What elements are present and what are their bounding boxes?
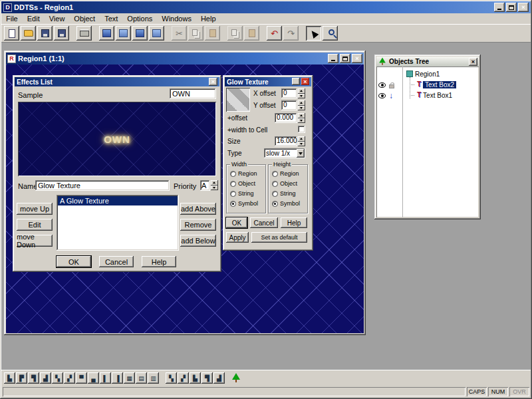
sample-input[interactable]: OWN bbox=[170, 88, 216, 99]
region-restore-icon[interactable] bbox=[340, 54, 350, 63]
menu-edit[interactable]: Edit bbox=[23, 13, 45, 24]
width-symbol-radio[interactable]: Symbol bbox=[230, 200, 258, 207]
down-arrow-icon[interactable]: ↓ bbox=[389, 92, 393, 100]
align-icon[interactable]: ▤ bbox=[136, 372, 147, 384]
align-icon[interactable]: ▀ bbox=[76, 372, 87, 384]
app-titlebar[interactable]: D DDTSs - Region1 × bbox=[1, 1, 531, 13]
name-input[interactable]: Glow Texture bbox=[35, 180, 170, 191]
menu-help[interactable]: Help bbox=[196, 13, 221, 24]
texture-thumbnail[interactable] bbox=[226, 88, 250, 112]
move-down-button[interactable]: move Down bbox=[17, 235, 53, 247]
width-object-radio[interactable]: Object bbox=[230, 180, 255, 187]
align-icon[interactable]: ▙ bbox=[4, 372, 15, 384]
glow-cancel-button[interactable]: Cancel bbox=[250, 217, 278, 228]
objects-tree-toggle-icon[interactable] bbox=[231, 373, 241, 383]
x-offset-spinner[interactable] bbox=[298, 88, 305, 98]
paste-icon[interactable] bbox=[205, 26, 220, 41]
pointer-tool-icon[interactable] bbox=[306, 26, 321, 41]
glow-apply-button[interactable]: Apply bbox=[226, 232, 249, 243]
tree-item-region1[interactable]: Region1 bbox=[406, 69, 440, 78]
align-icon[interactable]: ▜ bbox=[28, 372, 39, 384]
preview-icon[interactable] bbox=[149, 26, 164, 41]
align-icon[interactable]: ▦ bbox=[124, 372, 135, 384]
remove-button[interactable]: Remove bbox=[180, 219, 216, 231]
objects-tree-titlebar[interactable]: Objects Tree × bbox=[376, 57, 479, 66]
width-to-cell-checkbox[interactable] bbox=[298, 126, 305, 133]
align-icon[interactable]: ▌ bbox=[100, 372, 111, 384]
x-offset-input[interactable]: 0 bbox=[281, 88, 297, 98]
move-up-button[interactable]: move Up bbox=[17, 203, 53, 215]
maximize-icon[interactable] bbox=[506, 3, 517, 12]
menu-text[interactable]: Text bbox=[100, 13, 122, 24]
print-icon[interactable] bbox=[76, 26, 92, 41]
region-minimize-icon[interactable] bbox=[328, 54, 338, 63]
region-titlebar[interactable]: R Region1 (1:1) × bbox=[6, 53, 364, 65]
ok-button[interactable]: OK bbox=[57, 256, 91, 267]
eye-icon[interactable] bbox=[378, 82, 386, 88]
glow-ok-button[interactable]: OK bbox=[226, 217, 247, 228]
menu-windows[interactable]: Windows bbox=[157, 13, 196, 24]
width-region-radio[interactable]: Region bbox=[230, 170, 257, 177]
priority-input[interactable]: A bbox=[200, 180, 210, 191]
priority-spinner[interactable] bbox=[211, 180, 218, 190]
copy-icon[interactable] bbox=[188, 26, 203, 41]
distribute-icon[interactable]: ▟ bbox=[213, 372, 225, 384]
list-item[interactable]: A Glow Texture bbox=[58, 196, 178, 205]
plus-offset-input[interactable]: 0.000 bbox=[275, 113, 297, 123]
glow-set-default-button[interactable]: Set as default bbox=[251, 232, 307, 243]
import-icon[interactable] bbox=[132, 26, 148, 41]
effects-close-icon[interactable]: × bbox=[209, 78, 217, 86]
add-below-button[interactable]: add Below bbox=[180, 235, 216, 247]
width-string-radio[interactable]: String bbox=[230, 190, 254, 197]
open-icon[interactable] bbox=[21, 26, 36, 41]
save-icon[interactable] bbox=[37, 26, 53, 41]
align-icon[interactable]: ▥ bbox=[148, 372, 159, 384]
redo-icon[interactable]: ↷ bbox=[283, 26, 299, 41]
align-icon[interactable]: ▛ bbox=[16, 372, 27, 384]
height-symbol-radio[interactable]: Symbol bbox=[272, 200, 300, 207]
grid-icon[interactable] bbox=[99, 26, 114, 41]
distribute-icon[interactable]: ▞ bbox=[178, 372, 189, 384]
tree-item-textbox1[interactable]: T Text Box1 bbox=[410, 90, 452, 100]
distribute-icon[interactable]: ▙ bbox=[190, 372, 201, 384]
minimize-icon[interactable] bbox=[494, 3, 505, 12]
duplicate-icon[interactable] bbox=[227, 26, 243, 41]
type-dropdown[interactable]: slow 1/x bbox=[264, 148, 305, 158]
save-all-icon[interactable] bbox=[54, 26, 69, 41]
plus-offset-spinner[interactable] bbox=[298, 113, 305, 123]
zoom-tool-icon[interactable] bbox=[323, 26, 338, 41]
height-object-radio[interactable]: Object bbox=[272, 180, 297, 187]
objects-tree-close-icon[interactable]: × bbox=[469, 58, 477, 66]
tree-item-textbox2[interactable]: T Text Box2 bbox=[410, 80, 456, 89]
effects-titlebar[interactable]: Effects List × bbox=[15, 77, 219, 86]
export-icon[interactable] bbox=[116, 26, 131, 41]
size-spinner[interactable] bbox=[298, 136, 305, 146]
distribute-icon[interactable]: ▚ bbox=[166, 372, 177, 384]
new-icon[interactable] bbox=[4, 26, 19, 41]
height-string-radio[interactable]: String bbox=[272, 190, 296, 197]
height-region-radio[interactable]: Region bbox=[272, 170, 299, 177]
y-offset-spinner[interactable] bbox=[298, 100, 305, 110]
distribute-icon[interactable]: ▜ bbox=[201, 372, 213, 384]
menu-file[interactable]: File bbox=[1, 13, 23, 24]
lock-icon[interactable] bbox=[389, 84, 394, 88]
align-icon[interactable]: ▚ bbox=[52, 372, 63, 384]
cut-icon[interactable]: ✂ bbox=[172, 26, 187, 41]
menu-options[interactable]: Options bbox=[122, 13, 157, 24]
align-icon[interactable]: ▐ bbox=[112, 372, 123, 384]
region-canvas[interactable]: Effects List × Sample OWN OWN Name Glow … bbox=[6, 65, 364, 333]
effects-listbox[interactable]: A Glow Texture bbox=[57, 195, 179, 251]
menu-view[interactable]: View bbox=[45, 13, 70, 24]
align-icon[interactable]: ▟ bbox=[40, 372, 51, 384]
align-icon[interactable]: ▄ bbox=[88, 372, 99, 384]
close-icon[interactable]: × bbox=[518, 3, 529, 12]
y-offset-input[interactable]: 0 bbox=[281, 100, 297, 110]
glow-close-icon[interactable]: × bbox=[301, 78, 309, 85]
help-button[interactable]: Help bbox=[142, 256, 176, 267]
dropdown-arrow-icon[interactable] bbox=[297, 149, 305, 158]
delete-icon[interactable] bbox=[244, 26, 259, 41]
undo-icon[interactable]: ↶ bbox=[267, 26, 282, 41]
menu-object[interactable]: Object bbox=[69, 13, 100, 24]
size-input[interactable]: 16.000 bbox=[275, 136, 297, 146]
edit-button[interactable]: Edit bbox=[17, 219, 53, 231]
